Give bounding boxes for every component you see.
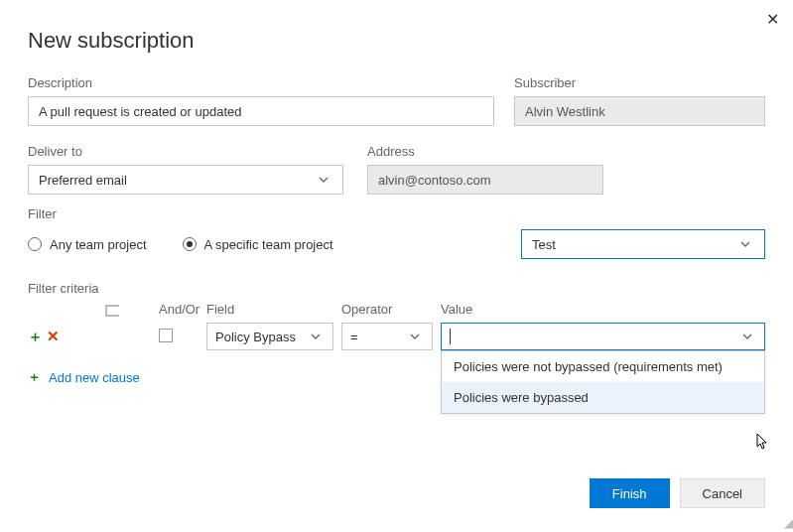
- operator-value: =: [350, 330, 358, 344]
- subscriber-label: Subscriber: [514, 75, 765, 90]
- add-clause-label: Add new clause: [49, 370, 140, 385]
- description-field[interactable]: A pull request is created or updated: [28, 96, 494, 126]
- cancel-button[interactable]: Cancel: [680, 478, 765, 508]
- text-caret: [450, 329, 451, 344]
- chevron-down-icon: [732, 238, 758, 250]
- project-select[interactable]: Test: [521, 229, 765, 259]
- subscriber-value: Alvin Westlink: [525, 104, 605, 119]
- description-label: Description: [28, 75, 494, 90]
- dropdown-option[interactable]: Policies were bypassed: [442, 382, 764, 413]
- radio-icon: [183, 237, 197, 251]
- field-value: Policy Bypass: [215, 330, 296, 344]
- filter-specific-radio[interactable]: A specific team project: [183, 237, 333, 252]
- chevron-down-icon: [402, 331, 428, 342]
- chevron-down-icon: [734, 331, 760, 342]
- close-icon: ✕: [766, 11, 779, 28]
- value-column-header: Value: [441, 302, 765, 317]
- dialog-title: New subscription: [28, 28, 765, 54]
- plus-icon: ＋: [28, 368, 41, 386]
- plus-icon: ＋: [28, 328, 43, 344]
- criteria-headers: And/Or Field Operator Value: [28, 302, 765, 317]
- finish-button[interactable]: Finish: [590, 478, 670, 508]
- chevron-down-icon: [303, 331, 329, 342]
- filter-section-label: Filter: [28, 206, 765, 221]
- chevron-down-icon: [311, 174, 336, 186]
- deliver-to-label: Deliver to: [28, 144, 343, 159]
- value-select[interactable]: Policies were not bypassed (requirements…: [441, 323, 765, 350]
- operator-select[interactable]: =: [341, 323, 433, 350]
- remove-row-button[interactable]: ✕: [47, 328, 60, 345]
- address-field: alvin@contoso.com: [367, 165, 603, 195]
- address-label: Address: [367, 144, 603, 159]
- resize-grip-icon[interactable]: ◢: [784, 516, 791, 530]
- dialog-footer: Finish Cancel: [590, 478, 765, 508]
- x-icon: ✕: [47, 328, 60, 344]
- deliver-to-value: Preferred email: [39, 173, 127, 188]
- radio-icon: [28, 237, 42, 251]
- deliver-to-select[interactable]: Preferred email: [28, 165, 343, 195]
- close-button[interactable]: ✕: [766, 10, 779, 29]
- field-column-header: Field: [206, 302, 341, 317]
- andor-column-header: And/Or: [159, 302, 206, 317]
- filter-any-radio[interactable]: Any team project: [28, 237, 147, 252]
- subscriber-field: Alvin Westlink: [514, 96, 765, 126]
- group-icon: [105, 305, 119, 317]
- filter-any-label: Any team project: [50, 237, 147, 252]
- cursor-icon: [752, 433, 770, 455]
- filter-specific-label: A specific team project: [204, 237, 333, 252]
- andor-checkbox[interactable]: [159, 329, 173, 342]
- operator-column-header: Operator: [341, 302, 441, 317]
- description-value: A pull request is created or updated: [39, 104, 242, 119]
- new-subscription-dialog: ✕ New subscription Description Subscribe…: [0, 0, 793, 406]
- filter-criteria-label: Filter criteria: [28, 281, 765, 296]
- criteria-row: ＋ ✕ Policy Bypass =: [28, 323, 765, 350]
- address-value: alvin@contoso.com: [378, 173, 491, 188]
- add-row-button[interactable]: ＋: [28, 328, 43, 346]
- dropdown-option[interactable]: Policies were not bypassed (requirements…: [442, 351, 764, 382]
- group-column-header: [105, 305, 159, 317]
- project-value: Test: [532, 237, 556, 252]
- field-select[interactable]: Policy Bypass: [206, 323, 333, 350]
- value-dropdown: Policies were not bypassed (requirements…: [441, 350, 765, 414]
